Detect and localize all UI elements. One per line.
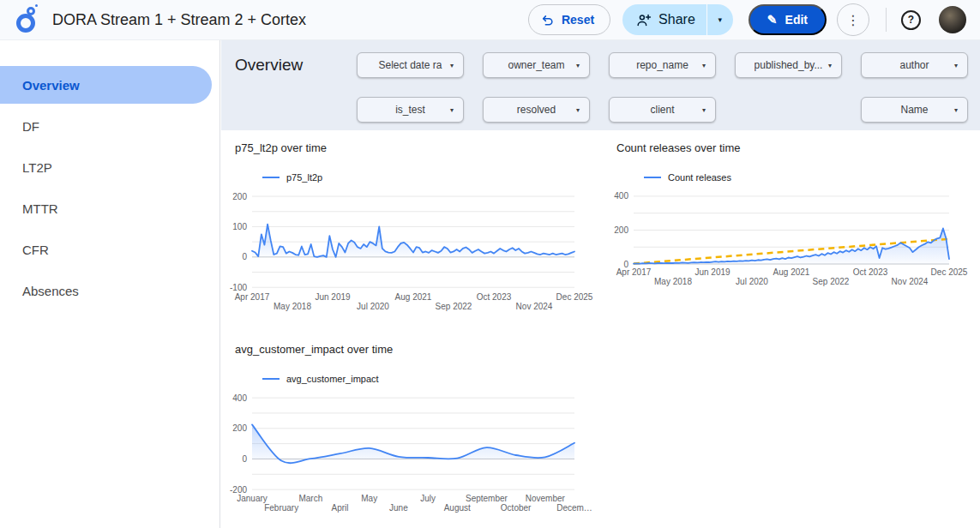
caret-down-icon: ▾ xyxy=(576,62,580,69)
svg-text:Nov 2024: Nov 2024 xyxy=(516,302,553,311)
filter-owner-team[interactable]: owner_team ▾ xyxy=(483,52,590,78)
svg-text:Nov 2024: Nov 2024 xyxy=(892,277,929,286)
sidebar-item-lt2p[interactable]: LT2P xyxy=(0,148,219,186)
svg-text:Sep 2022: Sep 2022 xyxy=(436,302,472,311)
svg-text:September: September xyxy=(466,494,508,503)
chart-legend: avg_customer_impact xyxy=(262,373,592,385)
sidebar-item-label: Overview xyxy=(22,78,80,93)
sidebar-item-df[interactable]: DF xyxy=(0,107,219,145)
legend-line-swatch xyxy=(262,378,280,380)
filter-published-by[interactable]: published_by... ▾ xyxy=(735,52,842,78)
caret-down-icon: ▾ xyxy=(828,62,832,69)
svg-text:March: March xyxy=(298,494,322,503)
count-releases-line-chart[interactable]: 4002000Apr 2017May 2018Jun 2019Jul 2020A… xyxy=(604,187,958,291)
svg-text:400: 400 xyxy=(614,191,628,201)
chart-title: avg_customer_impact over time xyxy=(235,343,592,356)
looker-studio-logo-icon xyxy=(15,6,39,33)
chart-count-releases: Count releases over time Count releases … xyxy=(604,141,968,291)
caret-down-icon: ▾ xyxy=(718,15,723,24)
filter-label: published_by... xyxy=(755,59,823,71)
svg-text:200: 200 xyxy=(614,225,628,235)
caret-down-icon: ▾ xyxy=(954,106,958,114)
share-button[interactable]: Share xyxy=(622,4,706,35)
caret-down-icon: ▾ xyxy=(702,62,706,69)
header-divider xyxy=(886,8,887,32)
sidebar-item-label: MTTR xyxy=(22,201,58,216)
undo-icon xyxy=(540,13,555,27)
question-mark-icon: ? xyxy=(908,14,914,26)
main-content: Overview Select date ra ▾ owner_team ▾ r… xyxy=(221,40,980,528)
filter-label: Name xyxy=(900,104,928,116)
legend-label: Count releases xyxy=(668,172,731,183)
caret-down-icon: ▾ xyxy=(576,106,580,114)
svg-text:0: 0 xyxy=(242,454,247,464)
svg-text:Jul 2020: Jul 2020 xyxy=(357,302,389,311)
svg-text:February: February xyxy=(264,503,298,513)
svg-text:June: June xyxy=(389,503,408,513)
svg-text:Jun 2019: Jun 2019 xyxy=(315,292,351,302)
svg-text:Sep 2022: Sep 2022 xyxy=(813,277,850,286)
filter-resolved[interactable]: resolved ▾ xyxy=(483,97,590,123)
p75-lt2p-line-chart[interactable]: 2001000-100Apr 2017May 2018Jun 2019Jul 2… xyxy=(223,187,583,315)
caret-down-icon: ▾ xyxy=(450,106,454,114)
app-window: DORA Stream 1 + Stream 2 + Cortex Reset xyxy=(0,0,980,528)
chart-p75-lt2p: p75_lt2p over time p75_lt2p 2001000-100A… xyxy=(223,141,592,315)
sidebar-item-cfr[interactable]: CFR xyxy=(0,231,219,268)
avg-customer-impact-line-chart[interactable]: 4002000-200JanuaryFebruaryMarchAprilMayJ… xyxy=(223,388,583,517)
svg-text:Apr 2017: Apr 2017 xyxy=(616,267,652,277)
sidebar-item-overview[interactable]: Overview xyxy=(0,66,212,104)
filter-client[interactable]: client ▾ xyxy=(609,97,716,123)
svg-text:November: November xyxy=(526,494,566,503)
page-nav-sidebar: Overview DF LT2P MTTR CFR Absences xyxy=(0,40,220,528)
filter-label: is_test xyxy=(395,104,425,116)
user-avatar[interactable] xyxy=(939,6,966,33)
filter-repo-name[interactable]: repo_name ▾ xyxy=(609,52,716,78)
svg-text:Oct 2023: Oct 2023 xyxy=(477,292,512,302)
report-title: DORA Stream 1 + Stream 2 + Cortex xyxy=(52,11,306,29)
svg-text:Aug 2021: Aug 2021 xyxy=(395,292,432,302)
svg-text:0: 0 xyxy=(242,252,247,261)
chart-legend: p75_lt2p xyxy=(262,171,592,183)
filter-name[interactable]: Name ▾ xyxy=(861,97,968,123)
svg-text:October: October xyxy=(501,503,532,513)
chart-legend: Count releases xyxy=(644,171,968,183)
help-button[interactable]: ? xyxy=(901,10,921,30)
filter-label: resolved xyxy=(517,104,556,116)
share-options-caret[interactable]: ▾ xyxy=(707,4,733,35)
page-title: Overview xyxy=(235,56,303,75)
caret-down-icon: ▾ xyxy=(954,62,958,69)
share-label: Share xyxy=(658,12,695,27)
svg-text:July: July xyxy=(420,494,436,503)
filter-label: Select date ra xyxy=(378,59,442,71)
filter-label: owner_team xyxy=(508,59,564,71)
svg-text:May 2018: May 2018 xyxy=(654,277,692,286)
filter-label: repo_name xyxy=(636,59,688,71)
filter-label: client xyxy=(650,104,674,116)
more-options-button[interactable]: ⋮ xyxy=(837,3,869,36)
legend-label: p75_lt2p xyxy=(286,172,322,183)
filter-chips: Select date ra ▾ owner_team ▾ repo_name … xyxy=(357,52,968,123)
reset-button[interactable]: Reset xyxy=(528,4,610,35)
svg-text:April: April xyxy=(332,503,349,513)
filter-date-range[interactable]: Select date ra ▾ xyxy=(357,52,464,78)
svg-text:May 2018: May 2018 xyxy=(274,302,311,311)
filter-author[interactable]: author ▾ xyxy=(861,52,968,78)
sidebar-item-mttr[interactable]: MTTR xyxy=(0,189,219,227)
pencil-icon: ✎ xyxy=(767,14,778,26)
svg-text:200: 200 xyxy=(232,192,247,201)
reset-label: Reset xyxy=(562,13,594,27)
svg-text:Aug 2021: Aug 2021 xyxy=(773,267,810,277)
caret-down-icon: ▾ xyxy=(702,106,706,114)
filter-is-test[interactable]: is_test ▾ xyxy=(357,97,464,123)
filter-bar: Overview Select date ra ▾ owner_team ▾ r… xyxy=(221,40,980,130)
sidebar-item-label: LT2P xyxy=(22,160,52,175)
svg-text:Apr 2017: Apr 2017 xyxy=(235,292,270,302)
svg-text:May: May xyxy=(361,494,377,503)
sidebar-item-absences[interactable]: Absences xyxy=(0,272,219,309)
svg-text:Dec 2025: Dec 2025 xyxy=(931,267,968,277)
sidebar-item-label: CFR xyxy=(22,243,49,257)
sidebar-item-label: Absences xyxy=(22,284,79,298)
svg-text:August: August xyxy=(444,503,471,513)
chart-avg-customer-impact: avg_customer_impact over time avg_custom… xyxy=(223,343,592,517)
edit-button[interactable]: ✎ Edit xyxy=(749,4,827,35)
